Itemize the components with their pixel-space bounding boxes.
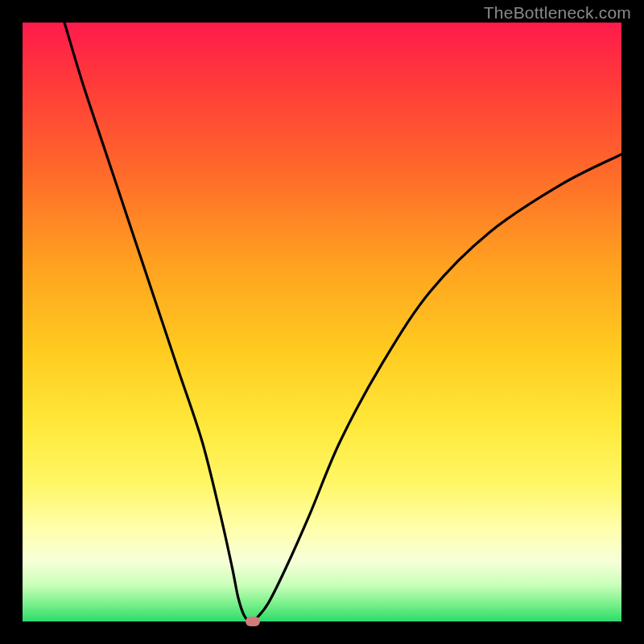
watermark-text: TheBottleneck.com (484, 3, 631, 23)
plot-area (23, 23, 621, 621)
optimal-marker (246, 617, 260, 626)
chart-frame: TheBottleneck.com (0, 0, 644, 644)
bottleneck-curve (23, 23, 621, 621)
